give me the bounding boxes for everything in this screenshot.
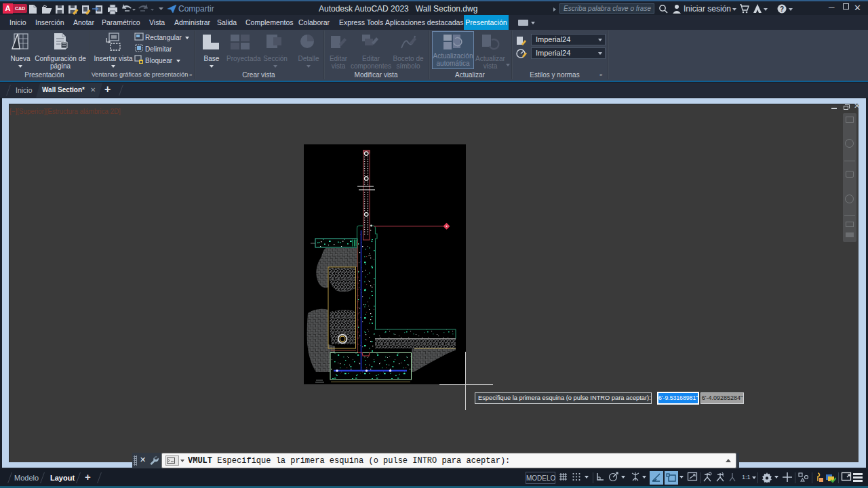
svg-text:?: ? xyxy=(780,5,784,13)
